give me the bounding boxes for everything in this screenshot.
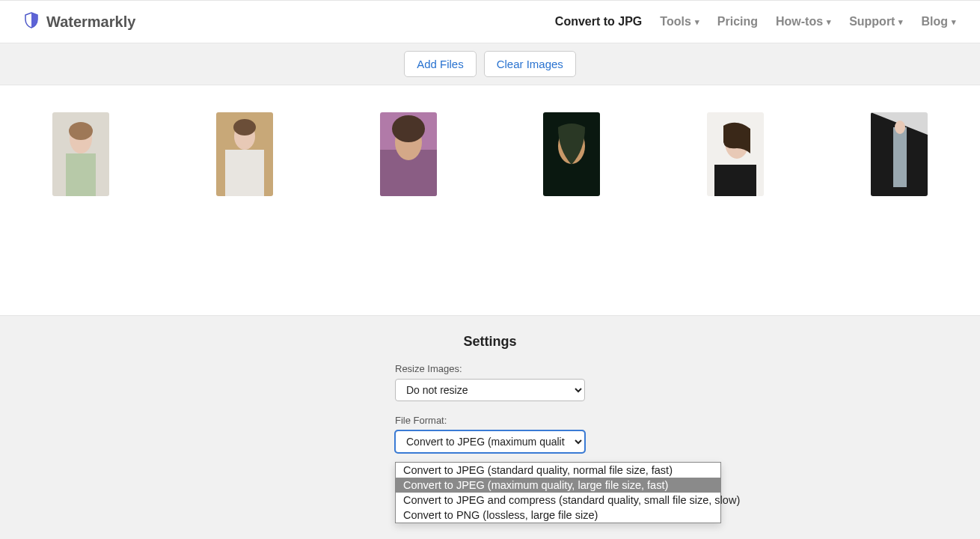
- nav-blog[interactable]: Blog▾: [921, 15, 956, 28]
- svg-point-11: [392, 115, 425, 142]
- chevron-down-icon: ▾: [827, 17, 831, 27]
- svg-rect-2: [66, 153, 96, 196]
- image-thumbnail[interactable]: [707, 112, 764, 196]
- format-label: File Format:: [395, 415, 585, 426]
- image-thumbnail[interactable]: [543, 112, 600, 196]
- svg-rect-6: [225, 150, 264, 196]
- nav-howtos[interactable]: How-tos▾: [776, 15, 831, 28]
- brand-name: Watermarkly: [46, 13, 135, 31]
- resize-select[interactable]: Do not resize: [395, 379, 585, 401]
- resize-label: Resize Images:: [395, 363, 585, 374]
- header: Watermarkly Convert to JPG Tools▾ Pricin…: [0, 0, 980, 43]
- chevron-down-icon: ▾: [695, 17, 699, 27]
- image-thumbnail[interactable]: [52, 112, 109, 196]
- svg-point-3: [69, 122, 93, 140]
- toolbar: Add Files Clear Images: [0, 43, 980, 85]
- clear-images-button[interactable]: Clear Images: [484, 51, 576, 77]
- svg-point-7: [233, 119, 256, 135]
- brand[interactable]: Watermarkly: [24, 12, 135, 31]
- format-option[interactable]: Convert to JPEG (standard quality, norma…: [396, 463, 720, 478]
- chevron-down-icon: ▾: [898, 17, 903, 27]
- settings-form: Resize Images: Do not resize File Format…: [395, 363, 585, 466]
- image-thumbnail[interactable]: [380, 112, 437, 196]
- shield-icon: [24, 12, 39, 31]
- settings-title: Settings: [463, 334, 516, 350]
- chevron-down-icon: ▾: [952, 17, 956, 27]
- image-thumbnail[interactable]: [216, 112, 273, 196]
- svg-rect-19: [893, 127, 907, 187]
- nav-support[interactable]: Support▾: [849, 15, 903, 28]
- nav-tools[interactable]: Tools▾: [660, 15, 699, 28]
- format-option[interactable]: Convert to JPEG (maximum quality, large …: [396, 478, 720, 493]
- format-option[interactable]: Convert to PNG (lossless, large file siz…: [396, 508, 720, 523]
- svg-point-20: [895, 121, 905, 134]
- svg-rect-15: [714, 165, 756, 196]
- settings-panel: Settings Resize Images: Do not resize Fi…: [0, 316, 980, 466]
- format-select[interactable]: Convert to JPEG (maximum quality,: [395, 430, 585, 453]
- thumbnails-area: [0, 85, 980, 316]
- format-dropdown: Convert to JPEG (standard quality, norma…: [395, 462, 721, 523]
- image-thumbnail[interactable]: [871, 112, 928, 196]
- nav-convert-to-jpg[interactable]: Convert to JPG: [555, 15, 642, 28]
- add-files-button[interactable]: Add Files: [404, 51, 477, 77]
- format-option[interactable]: Convert to JPEG and compress (standard q…: [396, 493, 720, 508]
- nav: Convert to JPG Tools▾ Pricing How-tos▾ S…: [555, 15, 956, 28]
- nav-pricing[interactable]: Pricing: [717, 15, 758, 28]
